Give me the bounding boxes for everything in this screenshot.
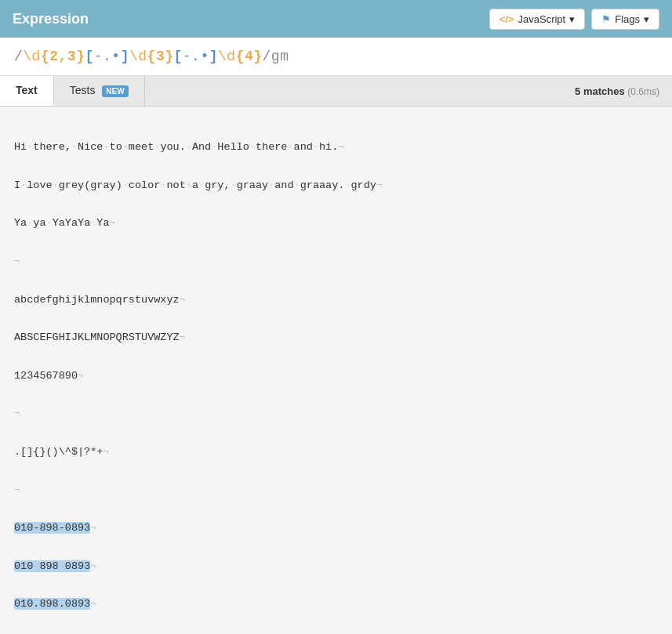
header-buttons: </> JavaScript ▾ ⚑ Flags ▾: [489, 9, 659, 30]
header: Expression </> JavaScript ▾ ⚑ Flags ▾: [0, 0, 672, 38]
regex-class-open-1: [: [85, 49, 93, 64]
list-item: I·love·grey(gray)·color·not·a·gry,·graay…: [14, 176, 658, 195]
regex-class-close-1: ]: [121, 49, 129, 64]
javascript-button[interactable]: </> JavaScript ▾: [489, 9, 586, 30]
list-item: 010.898.0893¬: [14, 595, 658, 614]
regex-backslash-d-1: \d: [23, 49, 41, 64]
regex-class-open-2: [: [174, 49, 183, 64]
list-item: ABSCEFGHIJKLMNOPQRSTUVWZYZ¬: [14, 328, 658, 347]
regex-class-content-2: -.: [183, 49, 201, 64]
list-item: .[]{}()\^$|?*+¬: [14, 443, 658, 462]
code-icon: </>: [499, 13, 514, 25]
regex-class-close-2: ]: [209, 49, 218, 64]
chevron-down-icon-2: ▾: [644, 13, 649, 25]
list-item: ¬: [14, 481, 658, 500]
flags-button-label: Flags: [615, 13, 640, 25]
match-highlight: 010.898.0893: [14, 598, 90, 610]
match-highlight: 010-898-0893: [14, 522, 90, 534]
regex-quantifier-3: {4}: [236, 49, 263, 64]
list-item: 010·898·0893¬: [14, 557, 658, 576]
regex-bar[interactable]: /\d{2,3}[-.•]\d{3}[-.•]\d{4}/gm: [0, 38, 672, 76]
regex-class-dot-1: •: [111, 49, 120, 64]
regex-class-dot-2: •: [200, 49, 209, 64]
chevron-down-icon: ▾: [569, 13, 575, 25]
text-content-area[interactable]: Hi·there,·Nice·to·meet·you.·And·Hello·th…: [0, 107, 672, 634]
tab-text-label: Text: [16, 84, 38, 96]
matches-time: (0.6ms): [627, 86, 659, 97]
list-item: Ya·ya·YaYaYa·Ya¬: [14, 214, 658, 233]
match-highlight: 010·898·0893: [14, 560, 90, 572]
new-badge: NEW: [102, 85, 128, 97]
regex-backslash-d-2: \d: [129, 49, 147, 64]
regex-quantifier-1: {2,3}: [41, 49, 85, 64]
regex-backslash-d-3: \d: [218, 49, 236, 64]
tabs-bar: Text Tests NEW 5 matches (0.6ms): [0, 76, 672, 107]
regex-closing-slash: /gm: [263, 49, 289, 64]
tab-text[interactable]: Text: [0, 76, 54, 106]
regex-class-content-1: -.: [94, 49, 112, 64]
regex-opening-slash: /: [14, 49, 23, 64]
flag-icon: ⚑: [601, 13, 611, 25]
page-title: Expression: [13, 11, 89, 27]
flags-button[interactable]: ⚑ Flags ▾: [591, 9, 659, 30]
list-item: Hi·there,·Nice·to·meet·you.·And·Hello·th…: [14, 138, 658, 157]
tabs-left: Text Tests NEW: [0, 76, 145, 106]
list-item: ¬: [14, 404, 658, 423]
list-item: 1234567890¬: [14, 367, 658, 386]
matches-info: 5 matches (0.6ms): [562, 85, 672, 97]
list-item: ¬: [14, 252, 658, 271]
list-item: 010-898-0893¬: [14, 519, 658, 538]
list-item: abcdefghijklmnopqrstuvwxyz¬: [14, 291, 658, 310]
js-button-label: JavaScript: [518, 13, 566, 25]
matches-count: 5 matches: [575, 85, 625, 97]
tab-tests-label: Tests: [70, 84, 96, 96]
tab-tests[interactable]: Tests NEW: [54, 76, 145, 106]
regex-quantifier-2: {3}: [147, 49, 174, 64]
